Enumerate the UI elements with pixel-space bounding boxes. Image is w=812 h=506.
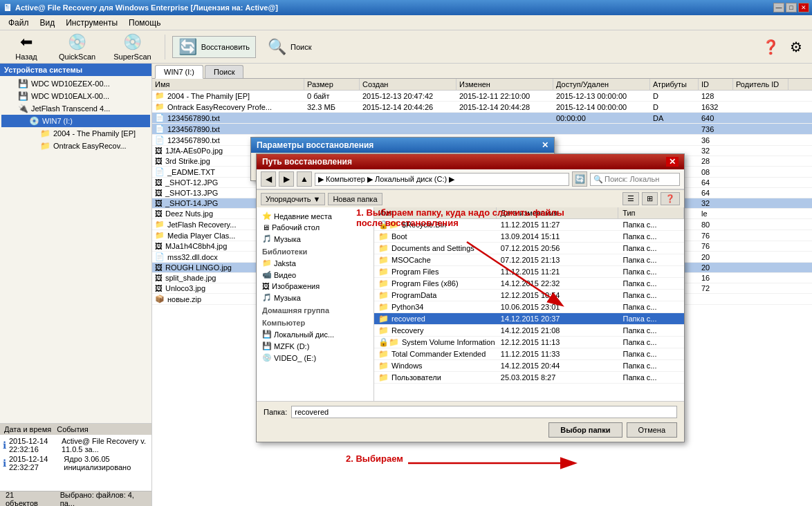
dialog-params-title: Параметры восстановления ✕	[251, 138, 554, 153]
browse-tree-music1[interactable]: 🎵 Музыка	[259, 233, 371, 245]
menu-help[interactable]: Помощь	[123, 17, 166, 29]
browse-tree-edrive[interactable]: 💿 VIDEO_ (E:)	[259, 352, 371, 364]
browse-tree-ddrive[interactable]: 💾 MZFK (D:)	[259, 340, 371, 352]
file-name-8: _SHOT-12.JPG	[165, 178, 218, 187]
browse-file-row-6[interactable]: 📁ProgramData 12.12.2015 10:54 Папка с...	[374, 290, 684, 301]
file-created-1: 2015-12-14 20:44:26	[360, 102, 456, 112]
tree-item-hdd1[interactable]: 💾 WDC WD10EZEX-00...	[1, 77, 150, 90]
browse-file-row-12[interactable]: 📁Windows 14.12.2015 20:44 Папка с...	[374, 360, 684, 372]
back-button[interactable]: ⬅ Назад	[6, 31, 47, 63]
help-icon: ❓	[762, 39, 779, 55]
recent-icon: ⭐	[262, 212, 272, 221]
browse-forward-btn[interactable]: ▶	[279, 171, 294, 187]
tree-item-phamily[interactable]: 📁 2004 - The Phamily [EP]	[1, 127, 150, 140]
browse-tree-music2[interactable]: 🎵 Музыка	[259, 292, 371, 303]
browse-tree-desktop[interactable]: 🖥 Рабочий стол	[259, 222, 371, 233]
tree-item-ontrack[interactable]: 📁 Ontrack EasyRecov...	[1, 140, 150, 152]
file-size-0: 0 байт	[304, 91, 360, 101]
browse-file-row-13[interactable]: 📁Пользователи 25.03.2015 8:27 Папка с...	[374, 372, 684, 384]
new-folder-btn[interactable]: Новая папка	[328, 193, 382, 205]
file-row-2[interactable]: 📄1234567890.txt 00:00:00 DA 640	[152, 113, 812, 124]
browse-file-row-0[interactable]: 🔒📁$Recycle.Bin 11.12.2015 11:27 Папка с.…	[374, 219, 684, 231]
titlebar-controls[interactable]: — □ ✕	[773, 3, 809, 12]
quickscan-button[interactable]: 💿 QuickScan	[53, 31, 102, 63]
col-header-name[interactable]: Имя	[152, 79, 304, 90]
maximize-btn[interactable]: □	[786, 3, 797, 12]
tab-search[interactable]: Поиск	[205, 65, 243, 78]
select-folder-btn[interactable]: Выбор папки	[548, 422, 622, 438]
col-header-modified[interactable]: Изменен	[456, 79, 553, 90]
log-info-icon-1: ℹ	[3, 458, 6, 469]
col-header-size[interactable]: Размер	[304, 79, 360, 90]
browse-back-btn[interactable]: ◀	[261, 171, 276, 187]
col-header-parent[interactable]: Родитель ID	[733, 79, 788, 90]
folder-input[interactable]	[291, 406, 677, 418]
view-grid-btn[interactable]: ⊞	[642, 192, 658, 205]
folder-label: Папка:	[264, 408, 287, 416]
col-header-attr[interactable]: Атрибуты	[650, 79, 699, 90]
col-header-created[interactable]: Создан	[360, 79, 456, 90]
browse-file-row-4[interactable]: 📁Program Files 11.12.2015 11:21 Папка с.…	[374, 266, 684, 278]
browse-col-type[interactable]: Тип	[618, 207, 684, 218]
col-header-id[interactable]: ID	[699, 79, 733, 90]
tree-item-hdd2[interactable]: 💾 WDC WD10EALX-00...	[1, 90, 150, 102]
browse-search-bar[interactable]: 🔍	[590, 173, 680, 186]
browse-file-row-11[interactable]: 📁Total Commander Extended 11.12.2015 11:…	[374, 348, 684, 360]
browse-refresh-btn[interactable]: 🔄	[572, 171, 587, 187]
minimize-btn[interactable]: —	[773, 3, 784, 12]
tree-item-usb[interactable]: 🔌 JetFlash Transcend 4...	[1, 102, 150, 115]
browse-file-row-1[interactable]: 📁Boot 13.09.2014 15:11 Папка с...	[374, 231, 684, 243]
browse-tree-cdrive[interactable]: 💾 Локальный дис...	[259, 328, 371, 340]
browse-file-row-7[interactable]: 📁Python34 10.06.2015 23:01 Папка с...	[374, 301, 684, 313]
file-name-0: 2004 - The Phamily [EP]	[167, 92, 250, 100]
file-id-0: 128	[699, 91, 733, 101]
browse-tree-video[interactable]: 📹 Видео	[259, 269, 371, 281]
quickscan-label: QuickScan	[59, 53, 95, 61]
settings-button[interactable]: ⚙	[786, 37, 806, 57]
search-button[interactable]: 🔍 Поиск	[261, 36, 317, 58]
help-button[interactable]: ❓	[759, 37, 783, 57]
browse-path-bar[interactable]: ▶ Компьютер ▶ Локальный диск (C:) ▶	[315, 173, 569, 186]
gear-icon: ⚙	[790, 39, 802, 55]
menu-tools[interactable]: Инструменты	[60, 17, 123, 29]
close-btn[interactable]: ✕	[798, 3, 809, 12]
file-name-3: 1234567890.txt	[167, 125, 220, 133]
view-list-btn[interactable]: ☰	[622, 192, 639, 205]
col-header-access[interactable]: Доступ/Удален	[553, 79, 650, 90]
organize-btn[interactable]: Упорядочить ▼	[261, 193, 325, 205]
cancel-btn[interactable]: Отмена	[627, 422, 677, 438]
dialog-params-close-icon[interactable]: ✕	[542, 140, 548, 150]
browse-file-row-2[interactable]: 📁Documents and Settings 07.12.2015 20:56…	[374, 243, 684, 254]
browse-file-row-recovered[interactable]: 📁recovered 14.12.2015 20:37 Папка с...	[374, 313, 684, 325]
dialog-browse-close-icon[interactable]: ✕	[666, 157, 679, 167]
file-parent-2	[733, 118, 788, 119]
file-size-2	[304, 118, 360, 119]
browse-col-date[interactable]: Дата изменения	[497, 207, 619, 218]
superscan-icon: 💿	[123, 33, 142, 51]
superscan-button[interactable]: 💿 SuperScan	[107, 31, 157, 63]
tree-item-win7[interactable]: 💿 WIN7 (I:)	[1, 115, 150, 127]
browse-file-row-10[interactable]: 🔒📁System Volume Information 12.12.2015 1…	[374, 337, 684, 348]
browse-search-input[interactable]	[605, 175, 660, 183]
browse-tree-jaksta[interactable]: 📁 Jaksta	[259, 257, 371, 269]
file-row-1[interactable]: 📁Ontrack EasyRecovery Profe... 32.3 МБ 2…	[152, 102, 812, 113]
browse-tree-images[interactable]: 🖼 Изображения	[259, 281, 371, 292]
menu-view[interactable]: Вид	[35, 17, 61, 29]
log-info-icon-0: ℹ	[3, 440, 6, 451]
browse-col-name[interactable]: Имя	[374, 207, 497, 218]
recover-button[interactable]: 🔄 Восстановить	[172, 36, 256, 58]
win7-label: WIN7 (I:)	[42, 117, 73, 125]
browse-file-row-3[interactable]: 📁MSOCache 07.12.2015 21:13 Папка с...	[374, 254, 684, 266]
file-row-0[interactable]: 📁2004 - The Phamily [EP] 0 байт 2015-12-…	[152, 91, 812, 102]
log-row-0: ℹ 2015-12-14 22:32:16 Active@ File Recov…	[3, 436, 149, 454]
browse-file-row-9[interactable]: 📁Recovery 14.12.2015 21:08 Папка с...	[374, 325, 684, 337]
menu-file[interactable]: Файл	[3, 17, 35, 29]
edrive-icon: 💿	[262, 353, 272, 362]
browse-file-row-5[interactable]: 📁Program Files (x86) 14.12.2015 22:32 Па…	[374, 278, 684, 290]
tab-win7[interactable]: WIN7 (I:)	[155, 65, 203, 79]
help-browse-btn[interactable]: ❓	[661, 192, 680, 205]
file-row-3[interactable]: 📄1234567890.txt 736	[152, 124, 812, 135]
browse-up-btn[interactable]: ▲	[297, 171, 312, 187]
browse-tree-recent[interactable]: ⭐ Недавние места	[259, 210, 371, 222]
file-name-4: 1234567890.txt	[167, 136, 220, 144]
